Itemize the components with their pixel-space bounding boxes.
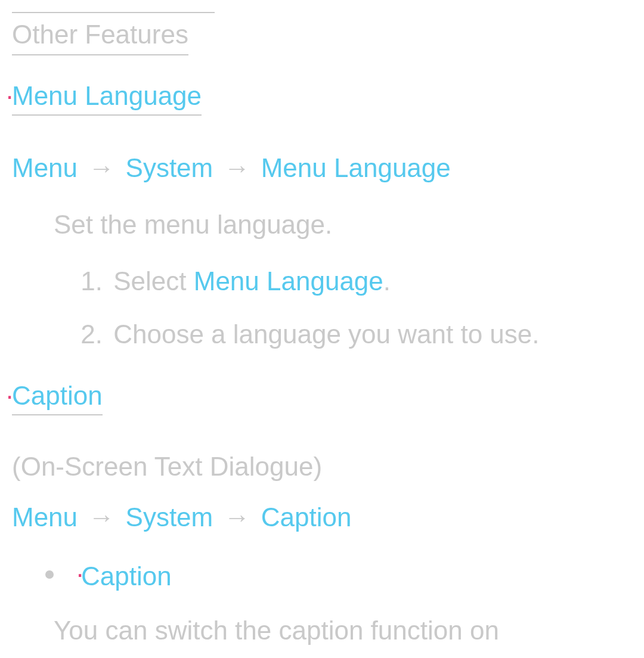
path-segment-menu-language: Menu Language <box>261 153 451 182</box>
arrow-icon: → <box>224 153 250 182</box>
path-segment-menu: Menu <box>12 502 78 532</box>
path-segment-menu: Menu <box>12 153 78 182</box>
bullet-icon <box>45 570 54 579</box>
anchor-icon: · <box>76 557 81 590</box>
step-number: 2. <box>72 318 103 350</box>
page-title: Other Features <box>12 18 188 55</box>
anchor-icon: · <box>6 379 12 412</box>
arrow-icon: → <box>224 502 250 532</box>
section-subtitle: (On-Screen Text Dialogue) <box>12 450 632 483</box>
path-segment-system: System <box>126 153 213 182</box>
bullet-label: Caption <box>81 561 172 591</box>
step-text-pre: Select <box>113 266 194 296</box>
menu-path-caption: Menu → System → Caption <box>12 501 632 533</box>
path-segment-system: System <box>126 502 213 532</box>
section-heading-caption: Caption <box>12 379 103 415</box>
step-text: Choose a language you want to use. <box>113 319 539 349</box>
bullet-item: ·Caption <box>45 557 632 592</box>
section-heading-menu-language: Menu Language <box>12 79 202 116</box>
path-segment-caption: Caption <box>261 502 352 532</box>
document-page: Other Features ·Menu Language Menu → Sys… <box>0 0 644 647</box>
list-item: 2. Choose a language you want to use. <box>72 318 632 350</box>
arrow-icon: → <box>88 502 114 532</box>
menu-path-menu-language: Menu → System → Menu Language <box>12 151 632 184</box>
body-text: You can switch the caption function on <box>54 614 632 647</box>
page-title-block: Other Features <box>12 12 632 55</box>
section-caption: ·Caption <box>12 379 632 433</box>
title-top-rule <box>12 12 215 13</box>
section-menu-language: ·Menu Language <box>12 79 632 134</box>
step-highlight: Menu Language <box>194 266 383 296</box>
list-item: 1. Select Menu Language. <box>72 265 632 297</box>
step-number: 1. <box>72 265 103 297</box>
arrow-icon: → <box>88 153 114 182</box>
anchor-icon: · <box>6 79 12 112</box>
instruction-list: 1. Select Menu Language. 2. Choose a lan… <box>72 265 632 350</box>
step-text-post: . <box>383 266 391 296</box>
section-description: Set the menu language. <box>54 208 632 241</box>
